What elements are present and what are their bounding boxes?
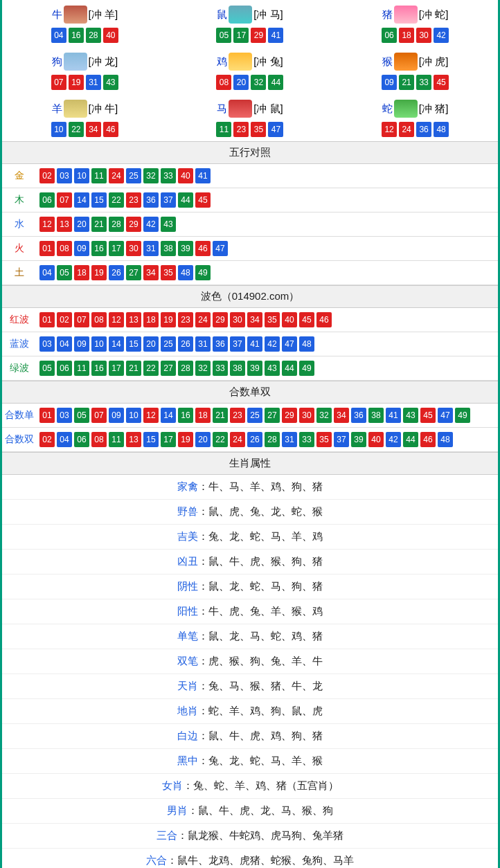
zodiac-icon: [229, 53, 252, 71]
number-ball: 36: [416, 122, 431, 137]
zodiac-chong: [冲 牛]: [89, 102, 118, 116]
ball-row: 11233547: [168, 122, 333, 137]
number-ball: 20: [233, 75, 249, 90]
number-ball: 45: [434, 75, 449, 90]
number-ball: 33: [416, 75, 431, 90]
number-ball: 45: [299, 312, 314, 327]
attr-row: 单笔：鼠、龙、马、蛇、鸡、猪: [2, 624, 498, 649]
number-ball: 29: [126, 217, 141, 232]
row-balls: 1213202128294243: [37, 213, 498, 237]
number-ball: 04: [51, 28, 66, 43]
number-ball: 11: [74, 361, 89, 376]
zodiac-title: 猴[冲 虎]: [332, 53, 498, 71]
ball-row: 12243648: [332, 122, 498, 137]
attr-value: ：鼠牛、龙鸡、虎猪、蛇猴、兔狗、马羊: [167, 854, 354, 866]
attr-key: 吉美: [177, 530, 198, 542]
attr-key: 家禽: [177, 480, 198, 492]
ball-row: 10223446: [2, 122, 168, 137]
attr-value: ：鼠龙猴、牛蛇鸡、虎马狗、兔羊猪: [177, 829, 343, 841]
number-ball: 42: [143, 217, 159, 232]
number-ball: 39: [178, 241, 193, 256]
attr-key: 阳性: [177, 605, 198, 617]
number-ball: 03: [57, 168, 72, 183]
attr-row: 白边：鼠、牛、虎、鸡、狗、猪: [2, 724, 498, 749]
zodiac-icon: [394, 53, 418, 71]
number-ball: 06: [382, 28, 397, 43]
number-ball: 08: [57, 241, 72, 256]
zodiac-name: 羊: [52, 102, 62, 116]
row-balls: 06071415222336374445: [37, 188, 498, 213]
attr-row: 阳性：牛、虎、兔、羊、猴、鸡: [2, 599, 498, 624]
row-balls: 0103050709101214161821232527293032343638…: [37, 404, 498, 428]
number-ball: 01: [39, 408, 55, 423]
number-ball: 12: [39, 217, 55, 232]
number-ball: 02: [39, 168, 55, 183]
number-ball: 30: [299, 408, 314, 423]
number-ball: 36: [351, 408, 366, 423]
ball-row: 0108091617303138394647: [39, 241, 495, 256]
number-ball: 32: [251, 75, 266, 90]
attr-key: 凶丑: [177, 555, 198, 567]
attr-key: 黑中: [177, 754, 198, 766]
number-ball: 10: [51, 122, 66, 137]
number-ball: 31: [143, 241, 159, 256]
row-label: 火: [2, 237, 37, 261]
table-row: 水1213202128294243: [2, 213, 498, 237]
number-ball: 23: [230, 408, 245, 423]
number-ball: 37: [230, 336, 245, 352]
number-ball: 01: [39, 312, 55, 327]
zodiac-title: 羊[冲 牛]: [2, 100, 168, 118]
zodiac-name: 鸡: [217, 55, 227, 69]
table-row: 合数双0204060811131517192022242628313335373…: [2, 428, 498, 452]
attr-value: ：兔、蛇、羊、鸡、猪（五宫肖）: [183, 779, 339, 791]
number-ball: 40: [368, 432, 384, 447]
number-ball: 30: [126, 241, 141, 256]
number-ball: 49: [455, 408, 470, 423]
number-ball: 22: [213, 432, 228, 447]
row-label: 红波: [2, 308, 37, 332]
attr-row: 野兽：鼠、虎、兔、龙、蛇、猴: [2, 500, 498, 525]
zodiac-chong: [冲 蛇]: [419, 8, 449, 21]
number-ball: 07: [74, 312, 89, 327]
zodiac-cell: 羊[冲 牛]10223446: [2, 94, 168, 141]
section-header-attr: 生肖属性: [2, 452, 498, 475]
zodiac-chong: [冲 虎]: [419, 55, 449, 69]
number-ball: 37: [334, 432, 349, 447]
number-ball: 41: [268, 28, 283, 43]
number-ball: 32: [195, 361, 211, 376]
number-ball: 21: [126, 361, 141, 376]
zodiac-name: 猪: [382, 8, 393, 21]
attr-value: ：兔、龙、蛇、马、羊、鸡: [198, 530, 323, 542]
number-ball: 09: [74, 241, 89, 256]
number-ball: 25: [247, 408, 262, 423]
number-ball: 19: [91, 265, 107, 280]
ball-row: 05172941: [168, 28, 333, 43]
number-ball: 46: [316, 312, 332, 327]
number-ball: 39: [351, 432, 366, 447]
number-ball: 02: [39, 432, 55, 447]
number-ball: 14: [74, 192, 89, 208]
attr-value: ：鼠、牛、虎、鸡、狗、猪: [198, 730, 323, 741]
zodiac-cell: 猪[冲 蛇]06183042: [332, 0, 498, 47]
number-ball: 43: [161, 217, 176, 232]
zodiac-name: 马: [217, 102, 227, 116]
number-ball: 35: [161, 265, 176, 280]
number-ball: 23: [233, 122, 249, 137]
row-balls: 0102070812131819232429303435404546: [37, 308, 498, 332]
number-ball: 05: [57, 265, 72, 280]
attr-list: 家禽：牛、马、羊、鸡、狗、猪野兽：鼠、虎、兔、龙、蛇、猴吉美：兔、龙、蛇、马、羊…: [2, 475, 498, 868]
ball-row: 03040910141520252631363741424748: [39, 336, 495, 352]
number-ball: 18: [195, 408, 211, 423]
number-ball: 05: [39, 361, 55, 376]
number-ball: 42: [386, 432, 401, 447]
number-ball: 41: [247, 336, 262, 352]
bose-table: 红波0102070812131819232429303435404546蓝波03…: [2, 308, 498, 381]
number-ball: 46: [420, 432, 436, 447]
number-ball: 13: [126, 312, 141, 327]
attr-row: 男肖：鼠、牛、虎、龙、马、猴、狗: [2, 799, 498, 824]
attr-key: 阴性: [177, 580, 198, 592]
attr-key: 单笔: [177, 630, 198, 642]
attr-value: ：牛、虎、兔、羊、猴、鸡: [198, 605, 323, 617]
attr-row: 家禽：牛、马、羊、鸡、狗、猪: [2, 475, 498, 500]
row-label: 绿波: [2, 356, 37, 381]
